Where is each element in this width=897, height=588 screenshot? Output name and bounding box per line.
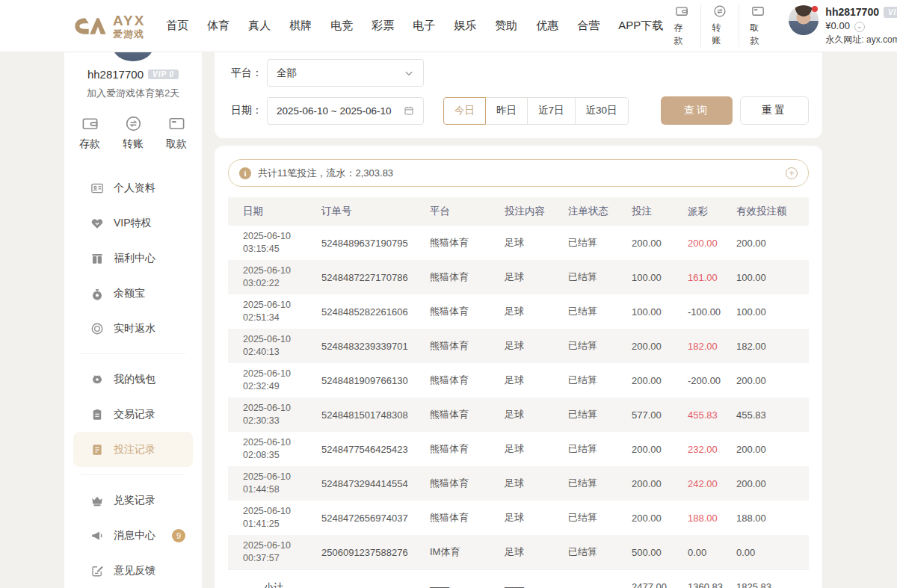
sidebar-item-意见反馈[interactable]: 意见反馈 bbox=[73, 553, 193, 588]
platform-select[interactable]: 全部 bbox=[267, 59, 424, 87]
column-header-投注: 投注 bbox=[632, 205, 688, 218]
table-row[interactable]: 2025-06-1003:02:225248487227170786熊猫体育足球… bbox=[228, 260, 809, 294]
sidebar-username: hh2817700 bbox=[87, 68, 144, 81]
cell-order: 5248472656974037 bbox=[321, 513, 430, 524]
table-body: 2025-06-1003:15:455248489637190795熊猫体育足球… bbox=[228, 226, 809, 588]
sidebar-item-label: 余额宝 bbox=[114, 287, 145, 300]
cell-platform: 熊猫体育 bbox=[430, 477, 505, 490]
sidebar-item-余额宝[interactable]: 余额宝 bbox=[73, 276, 193, 311]
cell-valid: 0.00 bbox=[736, 547, 809, 558]
prize-icon bbox=[90, 494, 104, 507]
transaction-icon bbox=[90, 408, 104, 421]
sidebar-item-label: 福利中心 bbox=[114, 252, 155, 265]
table-row[interactable]: 2025-06-1003:15:455248489637190795熊猫体育足球… bbox=[228, 226, 809, 260]
topbar-user[interactable]: hh2817700 VIP 0 ¥0.00 ⌄ 永久网址: ayx.com bbox=[789, 5, 897, 46]
balance-expand-icon[interactable]: ⌄ bbox=[854, 22, 865, 32]
nav-item-9[interactable]: 优惠 bbox=[536, 19, 558, 33]
sidebar-item-个人资料[interactable]: 个人资料 bbox=[73, 170, 193, 205]
nav-item-5[interactable]: 彩票 bbox=[372, 19, 394, 33]
rebate-icon bbox=[90, 322, 104, 335]
search-button[interactable]: 查询 bbox=[661, 96, 733, 125]
range-button-昨日[interactable]: 昨日 bbox=[485, 97, 528, 125]
range-button-近7日[interactable]: 近7日 bbox=[527, 97, 576, 125]
subtotal-platform: —— bbox=[430, 581, 505, 588]
topbar-action-取款[interactable]: 取款 bbox=[739, 4, 777, 47]
nav-item-11[interactable]: APP下载 bbox=[618, 19, 663, 33]
table-row[interactable]: 2025-06-1002:51:345248485282261606熊猫体育足球… bbox=[228, 294, 809, 329]
sidebar-item-交易记录[interactable]: 交易记录 bbox=[73, 397, 193, 432]
sidebar-divider bbox=[81, 474, 185, 475]
column-header-投注内容: 投注内容 bbox=[505, 205, 568, 218]
subtotal-content: —— bbox=[505, 581, 568, 588]
top-bar: AYX 爱游戏 首页体育真人棋牌电竞彩票电子娱乐赞助优惠合营APP下载 存款转账… bbox=[0, 0, 897, 52]
sidebar-item-我的钱包[interactable]: 我的钱包 bbox=[73, 362, 193, 397]
nav-item-3[interactable]: 棋牌 bbox=[289, 19, 312, 33]
range-button-今日[interactable]: 今日 bbox=[443, 97, 486, 125]
sidebar-vip-badge: VIP 0 bbox=[148, 69, 179, 79]
range-button-近30日[interactable]: 近30日 bbox=[575, 97, 629, 125]
permanent-url-label: 永久网址: ayx.com bbox=[825, 34, 897, 46]
cell-status: 已结算 bbox=[568, 511, 632, 524]
cell-payout: -200.00 bbox=[688, 375, 736, 386]
nav-item-4[interactable]: 电竞 bbox=[330, 19, 353, 33]
brand-logo[interactable]: AYX 爱游戏 bbox=[73, 13, 145, 39]
cell-platform: 熊猫体育 bbox=[430, 374, 505, 387]
nav-item-6[interactable]: 电子 bbox=[413, 19, 435, 33]
sidebar-action-存款[interactable]: 存款 bbox=[79, 115, 100, 151]
table-row[interactable]: 2025-06-1000:37:572506091237588276IM体育足球… bbox=[228, 535, 809, 569]
cell-bet: 200.00 bbox=[632, 238, 688, 249]
sidebar-item-消息中心[interactable]: 消息中心9 bbox=[73, 518, 193, 553]
nav-item-7[interactable]: 娱乐 bbox=[454, 19, 476, 33]
sidebar-action-label: 存款 bbox=[79, 137, 100, 151]
cell-payout: 161.00 bbox=[688, 272, 736, 283]
cell-order: 5248481501748308 bbox=[321, 409, 430, 421]
topbar-action-label: 取款 bbox=[750, 22, 766, 47]
sidebar: hh2817700 VIP 0 加入爱游戏体育第2天 存款转账取款 个人资料VI… bbox=[64, 52, 202, 588]
sidebar-divider bbox=[81, 353, 185, 354]
sidebar-item-兑奖记录[interactable]: 兑奖记录 bbox=[73, 483, 193, 518]
cell-bet: 200.00 bbox=[632, 513, 688, 524]
table-row[interactable]: 2025-06-1001:41:255248472656974037熊猫体育足球… bbox=[228, 501, 809, 535]
bet-records-panel: i 共计11笔投注，流水：2,303.83 + 日期订单号平台投注内容注单状态投… bbox=[215, 146, 822, 588]
nav-item-1[interactable]: 体育 bbox=[207, 19, 229, 33]
chevron-down-icon bbox=[404, 68, 414, 78]
cell-payout: 182.00 bbox=[688, 341, 736, 352]
cell-bet: 500.00 bbox=[632, 547, 688, 558]
nav-item-0[interactable]: 首页 bbox=[166, 19, 188, 33]
table-row[interactable]: 2025-06-1002:30:335248481501748308熊猫体育足球… bbox=[228, 397, 809, 432]
sidebar-action-转账[interactable]: 转账 bbox=[123, 115, 144, 151]
sidebar-item-label: 意见反馈 bbox=[114, 564, 155, 578]
table-row[interactable]: 2025-06-1002:40:135248483239339701熊猫体育足球… bbox=[228, 329, 809, 363]
cell-payout: 232.00 bbox=[688, 444, 736, 455]
table-row[interactable]: 2025-06-1002:08:355248477546425423熊猫体育足球… bbox=[228, 432, 809, 466]
plus-circle-icon[interactable]: + bbox=[786, 167, 798, 179]
cell-platform: 熊猫体育 bbox=[430, 305, 505, 318]
nav-item-10[interactable]: 合营 bbox=[577, 19, 599, 33]
nav-item-8[interactable]: 赞助 bbox=[495, 19, 517, 33]
sidebar-item-投注记录[interactable]: 投注记录 bbox=[73, 432, 193, 467]
cell-payout: -100.00 bbox=[688, 306, 736, 318]
cell-payout: 0.00 bbox=[688, 547, 736, 558]
calendar-icon bbox=[404, 105, 414, 116]
date-range-input[interactable]: 2025-06-10 ~ 2025-06-10 bbox=[267, 97, 424, 125]
cell-content: 足球 bbox=[505, 511, 568, 524]
sidebar-action-取款[interactable]: 取款 bbox=[166, 115, 187, 151]
cell-content: 足球 bbox=[505, 236, 568, 250]
column-header-日期: 日期 bbox=[243, 205, 321, 218]
sidebar-item-VIP特权[interactable]: VIP特权 bbox=[73, 205, 193, 241]
table-row[interactable]: 2025-06-1001:44:585248473294414554熊猫体育足球… bbox=[228, 466, 809, 501]
cell-order: 2506091237588276 bbox=[321, 547, 430, 558]
sidebar-item-福利中心[interactable]: 福利中心 bbox=[73, 241, 193, 276]
moneybag-icon bbox=[90, 287, 104, 300]
topbar-action-存款[interactable]: 存款 bbox=[663, 4, 700, 47]
topbar-action-转账[interactable]: 转账 bbox=[700, 4, 739, 47]
avatar[interactable] bbox=[789, 5, 819, 35]
date-quick-ranges: 今日昨日近7日近30日 bbox=[443, 97, 629, 125]
cell-bet: 100.00 bbox=[632, 272, 688, 283]
nav-item-2[interactable]: 真人 bbox=[248, 19, 271, 33]
cell-date: 2025-06-1000:37:57 bbox=[243, 539, 321, 565]
reset-button[interactable]: 重置 bbox=[740, 96, 809, 125]
table-row[interactable]: 2025-06-1002:32:495248481909766130熊猫体育足球… bbox=[228, 363, 809, 397]
message-icon bbox=[90, 529, 104, 542]
sidebar-item-实时返水[interactable]: 实时返水 bbox=[73, 311, 193, 346]
